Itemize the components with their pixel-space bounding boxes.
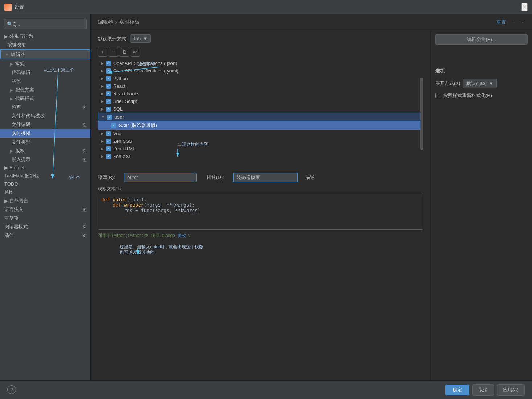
- sidebar-item-appearance[interactable]: ▶ 外观与行为: [0, 32, 90, 41]
- annotation-ninth: 第9个: [69, 175, 80, 181]
- annotation-can-also-change: 也可以改成其他的: [120, 249, 154, 255]
- checkbox-react[interactable]: ✓: [106, 84, 111, 89]
- sidebar-item-code-style[interactable]: ▶ 代码样式: [0, 94, 90, 103]
- bottom-bar: ? 确定 取消 应用(A): [0, 380, 532, 399]
- cancel-button[interactable]: 取消: [472, 384, 494, 396]
- search-input[interactable]: [13, 21, 83, 27]
- checkbox-sql[interactable]: ✓: [106, 107, 111, 112]
- checkbox-zen-html[interactable]: ✓: [106, 146, 111, 151]
- copy-template-button[interactable]: ⧉: [120, 47, 129, 57]
- sidebar-item-emmet[interactable]: ▶ Emmet: [0, 164, 90, 171]
- applicable-label: 适用于: [98, 233, 111, 238]
- sidebar-item-plugins[interactable]: 插件 ✕: [0, 231, 90, 240]
- sidebar-item-duplicates[interactable]: 重复项: [0, 214, 90, 223]
- plugins-icon: ✕: [82, 233, 86, 238]
- list-item-react-hooks[interactable]: ▶ ✓ React hooks: [98, 90, 423, 97]
- sidebar-item-inlay-hints[interactable]: 嵌入提示 ⎘: [0, 155, 90, 164]
- add-template-button[interactable]: +: [98, 47, 107, 57]
- checkbox-python[interactable]: ✓: [106, 76, 111, 81]
- checkbox-user[interactable]: ✓: [107, 115, 112, 120]
- apply-button[interactable]: 应用(A): [497, 384, 525, 396]
- checkbox-openapi-json[interactable]: ✓: [106, 61, 111, 66]
- dropdown-arrow-icon: ▼: [143, 36, 148, 41]
- breadcrumb-sep: ›: [115, 19, 117, 25]
- template-code-editor[interactable]: def outer(func): def wrapper(*args, **kw…: [98, 194, 423, 230]
- breadcrumb-parent: 编辑器: [98, 19, 113, 25]
- scrollbar-thumb[interactable]: [420, 78, 423, 150]
- edit-variables-button[interactable]: 编辑变量(E)...: [435, 34, 528, 45]
- breadcrumb-current: 实时模板: [119, 19, 140, 25]
- help-button[interactable]: ?: [7, 385, 16, 394]
- applicable-row: 适用于 Python; Python: 类, 项层, django. 更改 ∨: [98, 233, 423, 239]
- dropdown-arrow-icon-2: ▼: [489, 81, 494, 86]
- checkbox-vue[interactable]: ✓: [106, 131, 111, 136]
- sidebar-item-natural-language[interactable]: ▶ 自然语言: [0, 196, 90, 205]
- list-item-zen-css[interactable]: ▶ ✓ Zen CSS: [98, 137, 423, 145]
- inlay-hints-icon: ⎘: [83, 157, 86, 162]
- list-item-shell-script[interactable]: ▶ ✓ Shell Script: [98, 97, 423, 105]
- sidebar-item-file-encoding[interactable]: 文件编码 ⎘: [0, 120, 90, 129]
- breadcrumb: 编辑器 › 实时模板: [98, 19, 140, 25]
- chevron-right-icon-shell: ▶: [101, 99, 104, 103]
- checkbox-openapi-yaml[interactable]: ✓: [106, 68, 111, 74]
- nav-arrows: ← →: [510, 19, 525, 25]
- checkbox-zen-xsl[interactable]: ✓: [106, 154, 111, 159]
- sidebar-item-color-scheme[interactable]: ▶ 配色方案: [0, 86, 90, 94]
- applicable-value: Python; Python: 类, 项层, django.: [112, 233, 176, 238]
- annotation-third-from-top: 从上往下第三个: [44, 67, 74, 73]
- sidebar-item-editor[interactable]: ▼ 编辑器: [0, 49, 90, 59]
- title-bar: 设置 ✕: [0, 0, 532, 14]
- desc-input[interactable]: [233, 173, 298, 182]
- annotation-click-plus: 点击加号: [138, 61, 155, 67]
- abbr-input[interactable]: [124, 173, 197, 182]
- format-checkbox-label: 按照样式重新格式化(R): [443, 92, 492, 99]
- chevron-right-icon-6: ▶: [4, 165, 8, 170]
- list-item-outer[interactable]: ✓ outer (装饰器模版): [98, 121, 423, 130]
- ok-button[interactable]: 确定: [445, 385, 469, 395]
- checkbox-react-hooks[interactable]: ✓: [106, 91, 111, 96]
- list-item-openapi-yaml[interactable]: ▶ ✓ OpenAPI Specifications (.yaml): [98, 67, 423, 75]
- nav-back-button[interactable]: ←: [510, 19, 516, 25]
- options-title: 选项: [435, 68, 528, 74]
- change-link[interactable]: 更改: [177, 233, 186, 238]
- chevron-right-icon-4: ▶: [10, 97, 13, 101]
- format-checkbox-row: 按照样式重新格式化(R): [435, 92, 528, 99]
- sidebar-item-file-types[interactable]: 文件类型: [0, 138, 90, 146]
- sidebar-item-reader-mode[interactable]: 阅读器模式 ⎘: [0, 223, 90, 231]
- sidebar-item-copyright[interactable]: ▶ 版权 ⎘: [0, 146, 90, 155]
- expand-option-label: 展开方式(X): [435, 80, 460, 87]
- sidebar-item-keymap[interactable]: 按键映射: [0, 41, 90, 49]
- chevron-right-icon-3: ▶: [10, 88, 13, 92]
- sidebar-item-font[interactable]: 字体: [0, 77, 90, 86]
- sidebar-item-inspections[interactable]: 检查 ⎘: [0, 103, 90, 112]
- nav-forward-button[interactable]: →: [519, 19, 525, 25]
- sidebar-item-intentions[interactable]: 意图: [0, 188, 90, 196]
- checkbox-zen-css[interactable]: ✓: [106, 139, 111, 144]
- list-item-zen-xsl[interactable]: ▶ ✓ Zen XSL: [98, 153, 423, 160]
- sidebar-item-language-injection[interactable]: 语言注入 ⎘: [0, 205, 90, 214]
- sidebar-item-todo[interactable]: TODO: [0, 180, 90, 188]
- chevron-right-icon-zen-css: ▶: [101, 139, 104, 143]
- list-item-zen-html[interactable]: ▶ ✓ Zen HTML: [98, 145, 423, 153]
- list-item-python[interactable]: ▶ ✓ Python: [98, 75, 423, 82]
- chevron-right-icon-5: ▶: [10, 149, 13, 153]
- list-item-user-group[interactable]: ▼ ✓ user: [98, 113, 423, 121]
- default-expand-select[interactable]: Tab ▼: [130, 34, 151, 43]
- remove-template-button[interactable]: −: [109, 47, 118, 57]
- list-item-sql[interactable]: ▶ ✓ SQL: [98, 105, 423, 113]
- format-checkbox[interactable]: [435, 93, 440, 98]
- expand-option-row: 展开方式(X) 默认(Tab) ▼: [435, 79, 528, 88]
- undo-template-button[interactable]: ↩: [131, 47, 140, 57]
- list-item-vue[interactable]: ▶ ✓ Vue: [98, 130, 423, 137]
- sidebar-item-live-templates[interactable]: 实时模板: [0, 129, 90, 138]
- list-item-react[interactable]: ▶ ✓ React: [98, 82, 423, 90]
- checkbox-outer[interactable]: ✓: [111, 123, 116, 128]
- chevron-right-icon-react-hooks: ▶: [101, 92, 104, 96]
- annotation-appear-content: 出现这样的内容: [178, 141, 208, 147]
- expand-option-select[interactable]: 默认(Tab) ▼: [463, 79, 497, 88]
- reset-button[interactable]: 重置: [496, 19, 506, 25]
- sidebar-item-file-code-templates[interactable]: 文件和代码模板: [0, 112, 90, 120]
- search-box[interactable]: 🔍: [4, 19, 87, 29]
- close-button[interactable]: ✕: [521, 3, 528, 11]
- checkbox-shell-script[interactable]: ✓: [106, 99, 111, 104]
